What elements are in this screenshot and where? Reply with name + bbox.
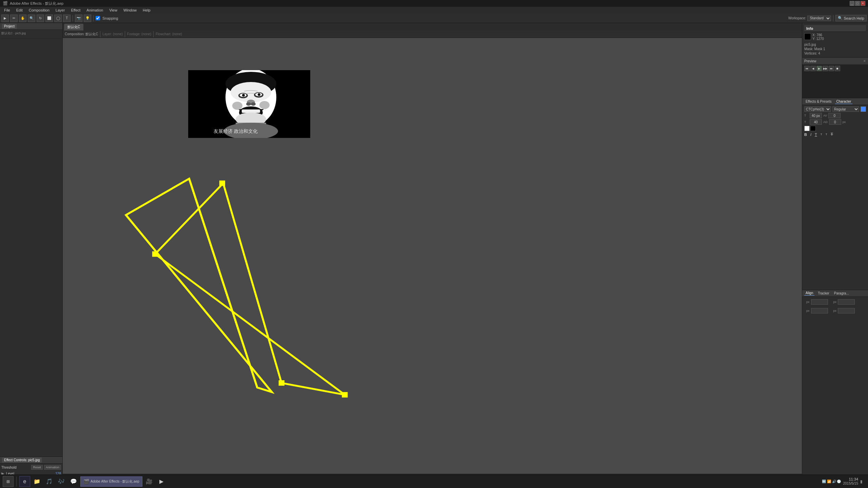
font-size-input[interactable] <box>810 113 822 118</box>
align-value-4[interactable] <box>838 308 855 313</box>
start-button[interactable]: ⊞ <box>3 476 14 487</box>
system-tray: 🔤 📶 🔊 🕐 11:34 2015/5/15 ▮ <box>822 477 863 486</box>
tab-align[interactable]: Align <box>804 291 814 296</box>
taskbar-itunes[interactable]: 🎶 <box>56 476 67 487</box>
snapping-group[interactable]: Snapping <box>96 16 120 20</box>
svg-point-23 <box>232 102 242 110</box>
menu-animation[interactable]: Animation <box>84 7 106 13</box>
video-frame: 友展经济 政治和文化 <box>188 70 310 138</box>
taskbar-media[interactable]: 🎵 <box>44 476 55 487</box>
leading-row: T AΩ px <box>804 119 866 125</box>
tool-text[interactable]: T <box>63 15 71 22</box>
superscript-btn[interactable]: T <box>821 133 822 136</box>
menu-effect[interactable]: Effect <box>68 7 83 13</box>
taskbar-premiere[interactable]: 🎥 <box>144 476 155 487</box>
align-value-3[interactable] <box>811 308 828 313</box>
preview-play[interactable]: ▶ <box>816 66 822 71</box>
align-value-1[interactable] <box>811 299 828 305</box>
menu-window[interactable]: Window <box>121 7 139 13</box>
track-label: AΩ <box>823 120 828 124</box>
strikethrough-btn[interactable]: T̶ <box>831 132 833 137</box>
menu-composition[interactable]: Composition <box>26 7 52 13</box>
threshold-reset-btn[interactable]: Reset <box>31 465 43 470</box>
project-label: 默认化C · pic5.jpg <box>1 31 61 36</box>
workspace-select[interactable]: Standard <box>807 16 831 21</box>
toolbar-sep-3 <box>833 15 833 21</box>
title-bar-controls[interactable]: _ □ ✕ <box>850 1 865 6</box>
preview-stop[interactable]: ⏹ <box>835 66 840 71</box>
tool-light[interactable]: 💡 <box>84 15 91 22</box>
footage-label: Footage: (none) <box>127 32 151 36</box>
tab-effects-controls[interactable]: Effect Controls: pic5.jpg <box>2 458 42 463</box>
preview-end[interactable]: ⏭ <box>829 66 834 71</box>
align-value-2[interactable] <box>838 299 855 305</box>
tool-camera[interactable]: 📷 <box>75 15 82 22</box>
px-label-2: px <box>833 300 837 304</box>
color-swatch-main[interactable] <box>804 33 811 40</box>
menu-layer[interactable]: Layer <box>53 7 68 13</box>
kern-input[interactable] <box>828 113 841 118</box>
comp-tab-main[interactable]: 默认化C <box>64 24 83 30</box>
tool-mask[interactable]: ⬜ <box>45 15 53 22</box>
taskbar: ⊞ e 📁 🎵 🎶 💬 🎬 Adobe After Effects - 默认化.… <box>0 474 868 488</box>
comp-toolbar-sep1 <box>100 31 100 37</box>
app-icon: 🎬 <box>3 1 8 6</box>
bold-btn[interactable]: B <box>804 133 807 137</box>
taskbar-explorer[interactable]: 📁 <box>32 476 42 487</box>
tool-shape[interactable]: ◯ <box>54 15 62 22</box>
subscript-btn[interactable]: T <box>826 133 827 136</box>
taskbar-ae-window[interactable]: 🎬 Adobe After Effects - 默认化.aep <box>80 476 142 487</box>
project-panel-header: Project <box>0 23 62 30</box>
ep-tab-character[interactable]: Character <box>835 99 853 104</box>
svg-marker-0 <box>126 179 272 392</box>
menu-edit[interactable]: Edit <box>14 7 25 13</box>
stroke-swatch[interactable] <box>810 126 816 131</box>
close-button[interactable]: ✕ <box>861 1 865 6</box>
maximize-button[interactable]: □ <box>855 1 860 6</box>
tool-pen[interactable]: ✏ <box>10 15 18 22</box>
menu-view[interactable]: View <box>106 7 120 13</box>
taskbar-media2[interactable]: ▶ <box>156 476 167 487</box>
taskbar-ie[interactable]: e <box>19 476 30 487</box>
preview-next[interactable]: ▶▶ <box>823 66 828 71</box>
comp-viewer[interactable]: 友展经济 政治和文化 <box>63 38 802 474</box>
tool-zoom[interactable]: 🔍 <box>28 15 35 22</box>
svg-point-19 <box>246 102 251 106</box>
align-input-2: px <box>831 298 857 306</box>
tab-tracker[interactable]: Tracker <box>816 291 831 296</box>
taskbar-skype[interactable]: 💬 <box>68 476 79 487</box>
info-vertices: Vertices: 4 <box>804 52 866 55</box>
menu-help[interactable]: Help <box>140 7 153 13</box>
preview-prev[interactable]: ◀ <box>810 66 816 71</box>
threshold-anim-btn[interactable]: Animation <box>44 465 61 470</box>
font-style-select[interactable]: Regular <box>832 106 859 112</box>
tab-project[interactable]: Project <box>2 24 17 29</box>
preview-close[interactable]: ✕ <box>863 59 866 63</box>
style-row: B I T T T T̶ <box>804 132 866 137</box>
leading-input[interactable] <box>810 119 822 125</box>
tool-move[interactable]: ✋ <box>19 15 26 22</box>
info-y: Y: 1270 <box>812 37 866 41</box>
fill-swatch[interactable] <box>804 126 810 131</box>
snapping-checkbox[interactable] <box>96 16 100 20</box>
toolbar: ▶ ✏ ✋ 🔍 ↻ ⬜ ◯ T 📷 💡 Snapping Workspace: … <box>0 14 868 23</box>
show-desktop-btn[interactable]: ▮ <box>860 479 863 484</box>
preview-first[interactable]: ⏮ <box>804 66 810 71</box>
minimize-button[interactable]: _ <box>850 1 854 6</box>
font-select[interactable]: CTCpHei(3) <box>804 106 831 112</box>
workspace-label: Workspace: <box>788 16 806 20</box>
svg-marker-2 <box>155 183 345 395</box>
tool-rotate[interactable]: ↻ <box>37 15 44 22</box>
tab-paragra[interactable]: Paragra... <box>833 291 850 296</box>
menu-file[interactable]: File <box>1 7 13 13</box>
project-info <box>1 37 61 39</box>
track-input[interactable] <box>829 119 841 125</box>
info-section: Info X: 786 Y: 1270 pic5.jpg Mask: Mask … <box>802 23 868 58</box>
font-color-btn[interactable] <box>861 106 866 112</box>
taskbar-sep1 <box>16 476 17 487</box>
ep-tab-effects[interactable]: Effects & Presets <box>804 99 833 104</box>
italic-btn[interactable]: I <box>810 133 811 137</box>
search-help-group[interactable]: 🔍 Search Help <box>835 15 867 21</box>
underline-btn[interactable]: T <box>815 133 817 137</box>
tool-select[interactable]: ▶ <box>1 15 9 22</box>
